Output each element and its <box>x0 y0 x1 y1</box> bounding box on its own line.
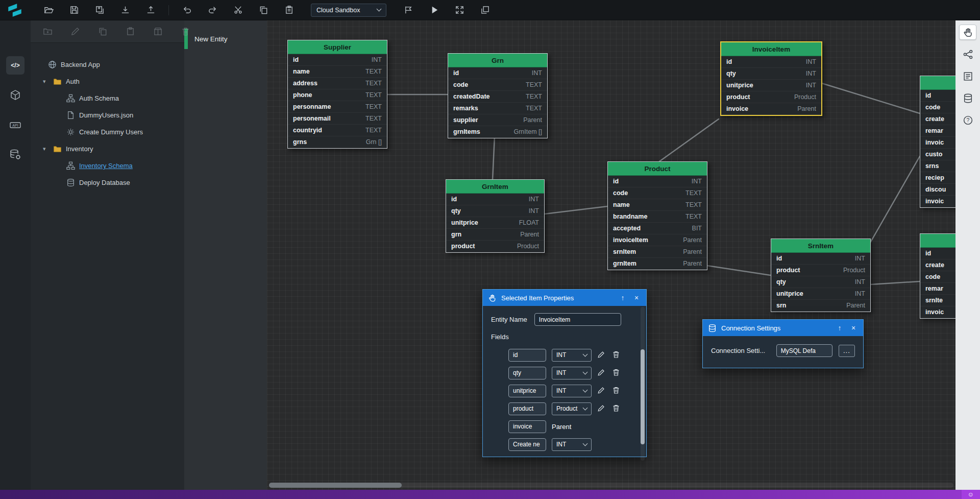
entity-field-row[interactable]: nameTEXT <box>288 66 387 78</box>
entity-field-row[interactable]: idINT <box>446 194 544 205</box>
field-type-select[interactable]: INT <box>552 349 592 362</box>
tree-item-dummyusers-json[interactable]: DummyUsers.json <box>31 107 184 124</box>
redo-icon[interactable] <box>205 3 220 18</box>
field-type-select[interactable]: Product <box>552 402 592 415</box>
entity-field-row[interactable]: qtyINT <box>771 276 870 288</box>
run-icon[interactable] <box>426 3 442 18</box>
properties-panel-titlebar[interactable]: Selected Item Properties ↑ × <box>483 290 646 306</box>
diagram-canvas[interactable]: SupplieridINTnameTEXTaddressTEXTphoneTEX… <box>267 20 955 490</box>
entity-field-row[interactable]: unitpriceFLOAT <box>446 217 544 229</box>
preview-icon[interactable] <box>401 3 416 18</box>
field-name-input[interactable] <box>508 367 546 379</box>
entity-field-row[interactable]: create <box>920 259 955 271</box>
entity-invoiceitem[interactable]: InvoiceItemidINTqtyINTunitpriceINTproduc… <box>720 41 822 116</box>
entity-field-row[interactable]: nameTEXT <box>608 199 707 211</box>
field-type-select[interactable]: INT <box>552 438 592 451</box>
entity-field-row[interactable]: srnIte <box>920 295 955 306</box>
entity-field-row[interactable]: brandnameTEXT <box>608 211 707 223</box>
entity-field-row[interactable]: countryidTEXT <box>288 125 387 136</box>
relationship-line[interactable] <box>822 83 920 113</box>
entity-field-row[interactable]: personnameTEXT <box>288 101 387 113</box>
delete-field-icon[interactable] <box>612 404 621 413</box>
entity-header[interactable]: Product <box>608 162 707 176</box>
tree-item-auth[interactable]: ▾Auth <box>31 73 184 90</box>
entity-field-row[interactable]: phoneTEXT <box>288 89 387 101</box>
entity-field-row[interactable]: acceptedBIT <box>608 223 707 234</box>
tree-item-create-dummy-users[interactable]: Create Dummy Users <box>31 124 184 140</box>
code-icon[interactable]: </> <box>6 56 24 75</box>
new-folder-icon[interactable] <box>40 24 55 39</box>
entity-field-row[interactable]: createdDateTEXT <box>448 91 547 103</box>
entity-field-row[interactable]: productProduct <box>771 265 870 276</box>
entity-field-row[interactable]: codeTEXT <box>448 79 547 91</box>
field-type-select[interactable]: INT <box>552 385 592 397</box>
tree-item-backend-app[interactable]: Backend App <box>31 56 184 73</box>
fullscreen-icon[interactable] <box>452 3 467 18</box>
entity-grn[interactable]: GrnidINTcodeTEXTcreatedDateTEXTremarksTE… <box>448 53 548 138</box>
copy-item-icon[interactable] <box>95 24 110 39</box>
field-type-select[interactable]: INT <box>552 367 592 379</box>
delete-field-icon[interactable] <box>612 386 621 395</box>
chevron-down-icon[interactable]: ▾ <box>43 78 49 85</box>
cut-icon[interactable] <box>230 3 246 18</box>
delete-field-icon[interactable] <box>612 350 621 360</box>
entity-field-row[interactable]: qtyINT <box>446 205 544 217</box>
entity-field-row[interactable]: productProduct <box>721 91 821 103</box>
entity-field-row[interactable]: reciep <box>920 172 955 184</box>
tree-item-inventory[interactable]: ▾Inventory <box>31 140 184 157</box>
export-icon[interactable] <box>143 3 158 18</box>
entity-field-row[interactable]: srns <box>920 160 955 172</box>
field-name-input[interactable] <box>508 349 546 362</box>
edit-field-icon[interactable] <box>597 350 606 360</box>
paste-icon[interactable] <box>281 3 297 18</box>
entity-field-row[interactable]: idINT <box>721 56 821 68</box>
entity-partial-3[interactable]: idcodecreateremarinvoiccustosrnsreciepdi… <box>920 76 955 208</box>
more-options-button[interactable]: ... <box>839 345 855 357</box>
connection-string-input[interactable] <box>776 344 832 357</box>
api-icon[interactable]: API <box>7 116 24 134</box>
entity-header[interactable]: InvoiceItem <box>721 42 821 56</box>
entity-field-row[interactable]: invoic <box>920 196 955 207</box>
entity-field-row[interactable]: srnParent <box>771 300 870 312</box>
entity-field-row[interactable]: grnsGrn [] <box>288 136 387 148</box>
minimize-panel-icon[interactable]: ↑ <box>835 324 844 332</box>
entity-field-row[interactable]: discou <box>920 184 955 196</box>
copy-icon[interactable] <box>256 3 271 18</box>
chevron-down-icon[interactable]: ▾ <box>43 146 49 152</box>
field-name-input[interactable] <box>508 420 546 433</box>
field-name-input[interactable] <box>508 438 546 451</box>
delete-icon[interactable] <box>178 24 193 39</box>
entity-field-row[interactable]: grnItemParent <box>608 258 707 270</box>
field-name-input[interactable] <box>508 385 546 397</box>
entity-partial-7[interactable]: idcreatecoderemarsrnIteinvoic <box>920 233 955 319</box>
entity-product[interactable]: ProductidINTcodeTEXTnameTEXTbrandnameTEX… <box>607 161 707 270</box>
pan-hand-icon[interactable] <box>959 25 976 40</box>
entity-field-row[interactable]: srnItemParent <box>608 246 707 258</box>
edit-icon[interactable] <box>67 24 83 39</box>
entity-field-row[interactable]: grnParent <box>446 229 544 241</box>
entity-field-row[interactable]: unitpriceINT <box>721 80 821 91</box>
entity-header[interactable] <box>920 234 955 248</box>
save-icon[interactable] <box>66 3 82 18</box>
connection-settings-titlebar[interactable]: Connection Settings ↑ × <box>703 320 863 336</box>
field-name-input[interactable] <box>508 402 546 415</box>
relationship-line[interactable] <box>870 156 920 243</box>
database-settings-icon[interactable] <box>7 146 24 163</box>
entity-field-row[interactable]: unitpriceINT <box>771 288 870 300</box>
entity-field-row[interactable]: custo <box>920 149 955 160</box>
environment-select[interactable]: Cloud Sandbox <box>311 4 386 17</box>
entity-header[interactable] <box>920 76 955 90</box>
entity-field-row[interactable]: code <box>920 102 955 113</box>
edit-field-icon[interactable] <box>597 404 606 413</box>
close-panel-icon[interactable]: × <box>632 294 641 302</box>
entity-field-row[interactable]: idINT <box>608 176 707 187</box>
entity-field-row[interactable]: remar <box>920 125 955 137</box>
new-window-icon[interactable] <box>92 3 107 18</box>
edit-field-icon[interactable] <box>597 386 606 395</box>
entity-field-row[interactable]: supplierParent <box>448 114 547 126</box>
paste-item-icon[interactable] <box>122 24 138 39</box>
entity-field-row[interactable]: idINT <box>771 253 870 265</box>
entity-srnitem[interactable]: SrnItemidINTproductProductqtyINTunitpric… <box>771 239 871 312</box>
relationship-line[interactable] <box>707 266 771 275</box>
entity-grnitem[interactable]: GrnItemidINTqtyINTunitpriceFLOATgrnParen… <box>446 179 545 253</box>
